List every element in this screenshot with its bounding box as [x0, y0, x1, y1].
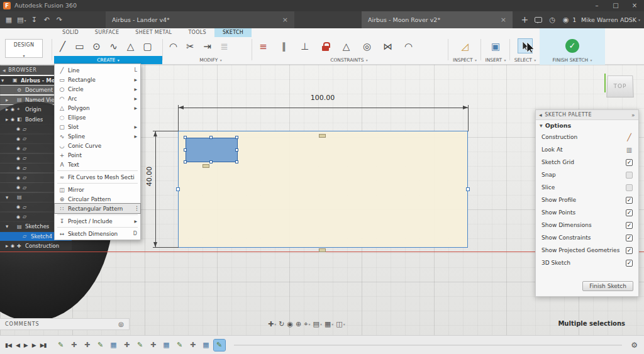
menu-item[interactable]: ◌ Ellipse ▶ [55, 113, 140, 122]
expander-icon[interactable]: ▶ [6, 244, 11, 248]
timeline-move-feature[interactable]: ✚ [187, 340, 199, 351]
tab-airbus-moon-rover[interactable]: Airbus - Moon Rover v2* × [362, 11, 513, 28]
timeline-move-feature[interactable]: ✚ [121, 340, 133, 351]
browser-header[interactable]: ◀ BROWSER [0, 65, 55, 75]
fit-view-icon[interactable]: ⌖▾ [304, 319, 310, 329]
expander-icon[interactable]: ▼ [1, 79, 6, 82]
visibility-eye-icon[interactable]: ◉ [16, 204, 23, 209]
job-status-icon[interactable]: ◷ [546, 11, 558, 28]
ribbon-tab[interactable]: SURFACE [87, 28, 127, 37]
slot-icon[interactable]: ▢ [139, 38, 156, 55]
pan-icon[interactable]: ✚▾ [268, 319, 276, 329]
collapse-icon[interactable]: ◀ [539, 113, 542, 117]
gear-icon[interactable]: ⚙ [631, 341, 638, 350]
option-checkbox[interactable] [626, 184, 633, 191]
menu-item[interactable]: ◫ Mirror ▶ [55, 185, 140, 194]
timeline-move-feature[interactable]: ✚ [148, 340, 159, 351]
timeline-track[interactable] [234, 345, 623, 346]
trim-icon[interactable]: ✂ [182, 38, 199, 55]
finish-sketch-button[interactable]: FINISH SKETCH ▾ [540, 56, 605, 64]
finish-sketch-button[interactable]: Finish Sketch [582, 281, 633, 291]
ribbon-tab[interactable]: SHEET METAL [127, 28, 180, 37]
edge-midpoint-grip[interactable] [209, 136, 213, 139]
go-to-end-icon[interactable]: ▶▮ [40, 342, 47, 348]
close-tab-icon[interactable]: × [501, 16, 506, 24]
close-button[interactable]: × [625, 0, 644, 11]
menu-item[interactable]: ○ Circle ▶ [55, 84, 140, 94]
fillet-icon[interactable]: ◠ [165, 38, 182, 55]
constraint-tag[interactable] [319, 134, 326, 138]
option-checkbox[interactable] [626, 247, 633, 254]
curvature-icon[interactable]: ◠ [400, 38, 417, 55]
option-checkbox[interactable] [626, 235, 633, 241]
expander-icon[interactable]: ▼ [6, 224, 11, 228]
perpendicular-icon[interactable]: ⊥ [296, 38, 313, 55]
visibility-eye-icon[interactable]: ◉ [16, 156, 23, 161]
extend-icon[interactable]: ⇥ [199, 38, 216, 55]
coincident-icon[interactable]: ≡ [255, 38, 272, 55]
option-checkbox[interactable] [626, 134, 633, 141]
play-icon[interactable]: ▶ [24, 342, 28, 348]
timeline-move-feature[interactable]: ✚ [82, 340, 93, 351]
viewports-icon[interactable]: ◫▾ [336, 319, 345, 329]
timeline-pattern-feature[interactable]: ▦ [201, 340, 212, 351]
lock-icon[interactable] [317, 38, 334, 55]
selected-sketch-rectangle[interactable] [186, 138, 238, 162]
expander-icon[interactable]: ▶ [6, 118, 11, 121]
symmetry-icon[interactable]: ⋈ [379, 38, 396, 55]
palette-header[interactable]: ◀ SKETCH PALETTE » [536, 110, 638, 120]
step-forward-icon[interactable]: ▶ [32, 342, 36, 348]
expander-icon[interactable]: ▼ [6, 196, 11, 199]
undo-icon[interactable]: ↶▾ [40, 11, 53, 28]
visibility-eye-icon[interactable]: ◉ [16, 126, 23, 131]
menu-item[interactable]: A Text ▶ [55, 160, 140, 169]
maximize-button[interactable]: □ [606, 0, 625, 11]
parallel-icon[interactable]: ∥ [275, 38, 292, 55]
comments-bar[interactable]: COMMENTS ◎ [0, 318, 130, 330]
tab-airbus-lander[interactable]: Airbus - Lander v4* × [106, 11, 294, 28]
step-back-icon[interactable]: ◀ [16, 342, 19, 348]
menu-item[interactable]: ╱ Line L ▶ [55, 65, 140, 75]
orbit-icon[interactable]: ↻▾ [279, 319, 284, 329]
visibility-eye-icon[interactable]: ◉ [16, 185, 23, 190]
redo-icon[interactable]: ↷▾ [53, 11, 65, 28]
app-grid-icon[interactable]: ▦▾ [3, 11, 15, 28]
new-tab-button[interactable]: + [518, 11, 531, 28]
corner-grip[interactable] [184, 136, 187, 139]
offset-icon[interactable]: ≣ [216, 38, 233, 55]
visibility-eye-icon[interactable]: ◉ [16, 146, 23, 151]
notifications-icon[interactable]: ◉ [558, 11, 571, 28]
file-menu-icon[interactable]: ▤▾ [15, 11, 28, 28]
workspace-selector[interactable]: DESIGN ▾ [5, 39, 43, 58]
menu-item[interactable]: ≈ Fit Curves to Mesh Section ▶ [55, 172, 140, 182]
menu-item[interactable]: ∿ Spline ▶ [55, 131, 140, 141]
timeline-sketch-feature[interactable]: ✎ [174, 340, 186, 351]
timeline-sketch-feature[interactable]: ✎ [135, 340, 146, 351]
menu-item[interactable]: ◠ Arc ▶ [55, 94, 140, 103]
menu-item[interactable]: ◡ Conic Curve ▶ [55, 141, 140, 150]
zoom-icon[interactable]: ⊕▾ [296, 319, 301, 329]
menu-item[interactable]: + Point ▶ [55, 150, 140, 160]
visibility-eye-icon[interactable]: ◉ [16, 214, 23, 219]
measure-icon[interactable]: ◿ [457, 38, 474, 55]
option-checkbox[interactable] [626, 222, 633, 229]
user-menu[interactable]: Mike Warren ADSK [581, 16, 636, 23]
save-icon[interactable]: ↧▾ [28, 11, 40, 28]
expander-icon[interactable]: ▶ [6, 108, 11, 111]
insert-canvas-icon[interactable]: ▣ [487, 38, 504, 55]
edge-midpoint-grip[interactable] [176, 187, 180, 191]
menu-item[interactable]: ▢ Slot ▶ [55, 122, 140, 131]
menu-item[interactable]: ▭ Rectangle ▶ [55, 75, 140, 84]
menu-item[interactable]: ↔ Sketch Dimension D ▶ [55, 229, 140, 238]
constraint-tag[interactable] [319, 248, 326, 252]
constraint-tag[interactable] [203, 164, 209, 168]
ribbon-tab[interactable]: SKETCH [214, 28, 252, 37]
select-dropdown-button[interactable]: SELECT ▾ [511, 56, 540, 64]
constraints-dropdown-button[interactable]: CONSTRAINTS ▾ [255, 56, 443, 64]
visibility-eye-icon[interactable]: ◉ [16, 136, 23, 141]
edge-midpoint-grip[interactable] [184, 148, 187, 152]
visibility-eye-icon[interactable]: ◉ [11, 117, 17, 122]
spline-icon[interactable]: ∿ [105, 38, 122, 55]
circle-icon[interactable]: ⊙ [88, 38, 105, 55]
corner-grip[interactable] [184, 160, 187, 163]
